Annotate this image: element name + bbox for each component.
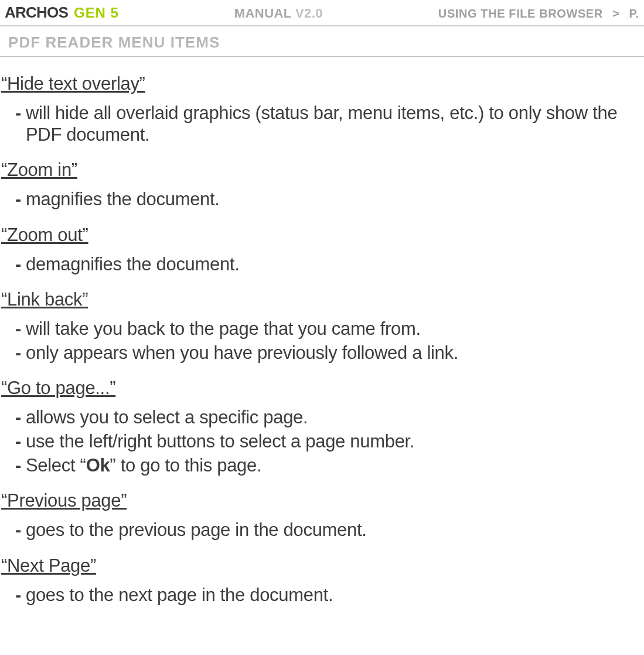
bullet-item: goes to the previous page in the documen… xyxy=(15,520,639,541)
menu-item-heading: “Previous page” xyxy=(1,490,639,511)
bullet-list: magnifies the document. xyxy=(15,189,639,211)
bullet-item: only appears when you have previously fo… xyxy=(15,342,639,364)
bullet-item: will hide all overlaid graphics (status … xyxy=(15,103,639,145)
manual-word: MANUAL xyxy=(234,6,292,21)
bullet-list: goes to the previous page in the documen… xyxy=(15,520,639,541)
bullet-list: goes to the next page in the document. xyxy=(15,585,639,606)
bullet-list: will hide all overlaid graphics (status … xyxy=(15,103,639,145)
content-body: “Hide text overlay”will hide all overlai… xyxy=(0,57,644,620)
gen-label: GEN 5 xyxy=(74,5,119,21)
bullet-item: use the left/right buttons to select a p… xyxy=(15,431,639,453)
brand-logo-text: ARCHOS xyxy=(5,4,68,22)
bullet-text-pre: Select “ xyxy=(26,455,86,476)
bullet-item: will take you back to the page that you … xyxy=(15,318,639,340)
breadcrumb-section: USING THE FILE BROWSER xyxy=(438,7,603,20)
bullet-list: demagnifies the document. xyxy=(15,254,639,276)
breadcrumb: USING THE FILE BROWSER > P. xyxy=(438,7,639,21)
section-title: PDF READER MENU ITEMS xyxy=(0,26,644,56)
header-rule xyxy=(0,25,644,26)
bullet-item: goes to the next page in the document. xyxy=(15,585,639,606)
bullet-item: allows you to select a specific page. xyxy=(15,407,639,429)
breadcrumb-separator: > xyxy=(612,7,619,20)
bullet-list: allows you to select a specific page.use… xyxy=(15,407,639,476)
bullet-text-post: ” to go to this page. xyxy=(110,455,261,476)
menu-item-heading: “Go to page...” xyxy=(1,378,639,399)
bullet-item: demagnifies the document. xyxy=(15,254,639,276)
bullet-item: magnifies the document. xyxy=(15,189,639,211)
menu-item-heading: “Hide text overlay” xyxy=(1,73,639,94)
bullet-text-bold: Ok xyxy=(86,455,110,476)
manual-label: MANUAL V2.0 xyxy=(234,6,323,21)
menu-item-heading: “Next Page” xyxy=(1,555,639,576)
bullet-item: Select “Ok” to go to this page. xyxy=(15,455,639,477)
page-prefix: P. xyxy=(629,7,639,20)
menu-item-heading: “Zoom in” xyxy=(1,159,639,181)
page-header: ARCHOS GEN 5 MANUAL V2.0 USING THE FILE … xyxy=(0,0,644,24)
bullet-list: will take you back to the page that you … xyxy=(15,318,639,364)
menu-item-heading: “Link back” xyxy=(1,289,639,310)
menu-item-heading: “Zoom out” xyxy=(1,225,639,246)
manual-version: V2.0 xyxy=(295,6,323,21)
